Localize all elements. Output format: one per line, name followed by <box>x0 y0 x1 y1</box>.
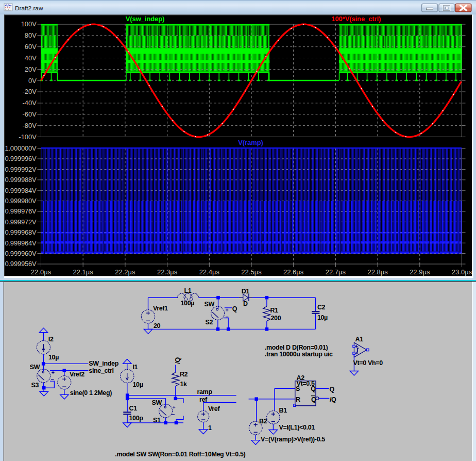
svg-text:10µ: 10µ <box>133 381 143 388</box>
svg-text:Vref1: Vref1 <box>153 305 168 312</box>
svg-text:Q: Q <box>330 386 335 393</box>
svg-text:100p: 100p <box>129 415 144 422</box>
svg-text:0.999980V: 0.999980V <box>5 197 37 205</box>
svg-text:60V: 60V <box>25 43 37 51</box>
svg-text:Q: Q <box>311 396 316 403</box>
svg-text:I1: I1 <box>133 364 138 371</box>
svg-text:0.999976V: 0.999976V <box>5 207 37 215</box>
svg-text:23.0µs: 23.0µs <box>452 268 472 276</box>
svg-text:1.000000V: 1.000000V <box>5 144 37 152</box>
svg-text:-40V: -40V <box>23 99 37 107</box>
svg-text:C1: C1 <box>129 405 138 412</box>
svg-text:L1: L1 <box>184 287 192 294</box>
svg-text:S2: S2 <box>206 319 213 326</box>
svg-text:1: 1 <box>208 424 212 432</box>
svg-text:0.999972V: 0.999972V <box>5 218 37 226</box>
svg-text:Vt=0 Vh=0: Vt=0 Vh=0 <box>353 359 383 367</box>
svg-text:D1: D1 <box>242 288 250 295</box>
svg-text:0.999964V: 0.999964V <box>5 239 37 247</box>
svg-text:/Q: /Q <box>330 396 336 403</box>
svg-text:22.6µs: 22.6µs <box>283 268 304 276</box>
svg-text:sine(0 1 2Meg): sine(0 1 2Meg) <box>70 389 112 397</box>
svg-text:/Q: /Q <box>174 357 181 364</box>
svg-text:0.999956V: 0.999956V <box>5 260 37 268</box>
svg-text:SW_indep: SW_indep <box>89 360 118 367</box>
svg-text:V(sw_indep): V(sw_indep) <box>126 15 164 23</box>
svg-text:22.3µs: 22.3µs <box>157 268 178 276</box>
svg-text:10µ: 10µ <box>317 314 328 321</box>
svg-text:200: 200 <box>271 315 281 322</box>
svg-text:10µ: 10µ <box>48 354 59 361</box>
svg-text:22.2µs: 22.2µs <box>115 268 135 276</box>
svg-text:R2: R2 <box>180 371 188 378</box>
svg-text:ramp: ramp <box>197 388 213 396</box>
svg-text:20V: 20V <box>25 65 37 73</box>
svg-text:R: R <box>296 396 300 403</box>
svg-text:-80V: -80V <box>23 122 37 129</box>
svg-text:sine_ctrl: sine_ctrl <box>89 367 113 374</box>
svg-text:22.1µs: 22.1µs <box>73 268 94 276</box>
svg-text:0.999996V: 0.999996V <box>5 155 37 162</box>
svg-text:22.7µs: 22.7µs <box>326 268 346 276</box>
svg-text:Q: Q <box>232 305 237 312</box>
svg-text:S3: S3 <box>31 382 39 389</box>
svg-text:-20V: -20V <box>23 88 37 95</box>
svg-text:SW: SW <box>152 399 162 406</box>
svg-text:A1: A1 <box>355 336 364 343</box>
svg-text:.model D D(Ron=0.01): .model D D(Ron=0.01) <box>265 344 328 351</box>
svg-text:Vref2: Vref2 <box>70 371 84 378</box>
svg-text:40V: 40V <box>25 54 37 62</box>
svg-text:-60V: -60V <box>23 110 37 118</box>
svg-text:SW: SW <box>30 364 40 371</box>
svg-text:.model SW SW(Ron=0.01 Roff=10M: .model SW SW(Ron=0.01 Roff=10Meg Vt=0.5) <box>115 451 245 458</box>
svg-text:0V: 0V <box>28 77 37 85</box>
svg-text:ref: ref <box>199 396 208 403</box>
svg-text:V(ramp): V(ramp) <box>238 139 263 146</box>
svg-text:0.999992V: 0.999992V <box>5 166 37 173</box>
svg-text:B1: B1 <box>279 407 287 414</box>
svg-text:SW: SW <box>205 301 215 308</box>
svg-text:Q: Q <box>311 385 316 392</box>
svg-text:I2: I2 <box>48 336 54 343</box>
svg-text:20: 20 <box>154 322 161 330</box>
svg-text:B2: B2 <box>259 418 267 425</box>
svg-text:22.0µs: 22.0µs <box>31 268 52 276</box>
svg-text:80V: 80V <box>25 31 37 39</box>
svg-text:22.5µs: 22.5µs <box>241 268 262 276</box>
svg-text:V=I(L1)<0.01: V=I(L1)<0.01 <box>279 424 315 431</box>
svg-text:22.8µs: 22.8µs <box>367 268 388 276</box>
svg-text:22.9µs: 22.9µs <box>410 268 430 276</box>
svg-text:100*V(sine_ctrl): 100*V(sine_ctrl) <box>331 15 381 23</box>
svg-text:.tran 10000u startup uic: .tran 10000u startup uic <box>265 351 333 358</box>
svg-text:Vref: Vref <box>208 405 220 413</box>
svg-text:C2: C2 <box>317 304 326 311</box>
svg-text:0.999960V: 0.999960V <box>5 250 37 257</box>
svg-text:S1: S1 <box>153 417 161 424</box>
svg-text:Draft2.raw: Draft2.raw <box>15 5 43 12</box>
svg-text:100µ: 100µ <box>181 300 195 307</box>
svg-text:22.4µs: 22.4µs <box>199 268 220 276</box>
svg-text:100V: 100V <box>21 20 37 28</box>
svg-text:D: D <box>243 300 248 307</box>
svg-text:1k: 1k <box>180 381 188 388</box>
svg-text:R1: R1 <box>270 307 279 314</box>
svg-text:-100V: -100V <box>19 133 37 141</box>
svg-text:S: S <box>296 385 300 392</box>
svg-text:V=(V(ramp)>V(ref))-0.5: V=(V(ramp)>V(ref))-0.5 <box>261 436 325 443</box>
svg-text:0.999984V: 0.999984V <box>5 187 37 194</box>
svg-text:0.999988V: 0.999988V <box>5 176 37 184</box>
svg-text:0.999968V: 0.999968V <box>5 228 37 236</box>
